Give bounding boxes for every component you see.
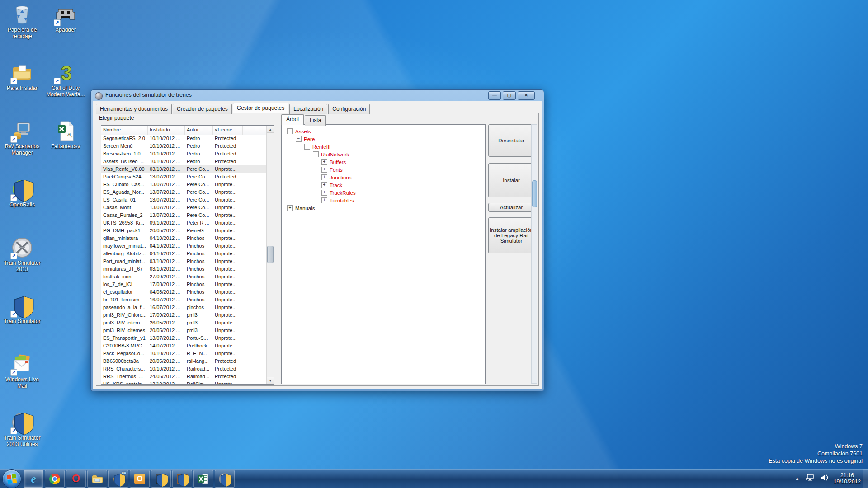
- table-row[interactable]: BB66000beta3a20/05/2012 ...rail-lang...P…: [101, 357, 267, 365]
- tree-expander-expand-icon[interactable]: +: [321, 190, 327, 196]
- tree-item-renfeiii[interactable]: −RenfeIII: [285, 143, 485, 150]
- table-row[interactable]: Casas_Rurales_213/07/2012 ...Pere Co...U…: [101, 211, 267, 219]
- desktop-icon-rw-scenarios-manager[interactable]: ↗RW Scenarios Manager: [1, 120, 43, 156]
- tab-gestor-de-paquetes[interactable]: Gestor de paquetes: [233, 103, 288, 113]
- table-row[interactable]: US_KRS_contain...12/10/2012 ...RailSim..…: [101, 380, 267, 384]
- table-row[interactable]: pml3_RIV_Chlore...17/09/2012 ...pml3Unpr…: [101, 311, 267, 319]
- package-table[interactable]: NombreInstaladoAutor<Licenc... Segnaleti…: [101, 125, 274, 385]
- table-row[interactable]: RRS_Thermos_...24/05/2012 ...Railroad...…: [101, 373, 267, 380]
- tree-item-junctions[interactable]: +Junctions: [285, 174, 485, 181]
- column-header-instalado[interactable]: Instalado: [148, 126, 185, 135]
- desktop-icon-xpadder[interactable]: ↗Xpadder: [44, 4, 87, 33]
- desktop-icon-train-simulator[interactable]: ↗Train Simulator: [1, 295, 43, 324]
- tree-item-assets[interactable]: −Assets: [285, 127, 485, 135]
- taskbar-button-excel[interactable]: [193, 470, 213, 488]
- table-row[interactable]: Pack_PegasoCo...10/10/2012 ...R_E_N...Un…: [101, 350, 267, 357]
- table-row[interactable]: ES_Casilla_0113/07/2012 ...Pere Co...Unp…: [101, 196, 267, 204]
- tree-expander-expand-icon[interactable]: +: [321, 167, 327, 173]
- table-row[interactable]: qilian_miniatura04/10/2012 ...PinchosUnp…: [101, 235, 267, 242]
- column-header-nombre[interactable]: Nombre: [101, 126, 148, 135]
- tree-expander-collapse-icon[interactable]: −: [313, 151, 319, 157]
- taskbar-button-internet-explorer[interactable]: e: [24, 470, 43, 488]
- table-row[interactable]: Casas_Mont13/07/2012 ...Pere Co...Unprot…: [101, 204, 267, 211]
- desktop-icon-train-simulator-2013[interactable]: ↗Train Simulator 2013: [1, 237, 43, 272]
- taskbar-button-mail-quill-app[interactable]: 99: [108, 470, 128, 488]
- tab-lista[interactable]: Lista: [305, 115, 326, 126]
- volume-icon[interactable]: [820, 474, 828, 483]
- taskbar-button-windows-explorer[interactable]: [87, 470, 107, 488]
- taskbar-button-chrome[interactable]: [45, 470, 65, 488]
- tree-item-manuals[interactable]: +Manuals: [285, 204, 485, 212]
- desktop-icon-papelera-de-reciclaje[interactable]: Papelera de reciclaje: [1, 4, 43, 39]
- table-row[interactable]: testtrak_icon27/09/2012 ...PinchosUnprot…: [101, 273, 267, 281]
- desktop-icon-train-simulator-2013-utilities[interactable]: ↗Train Simulator 2013 Utilities: [1, 412, 43, 447]
- scroll-down-icon[interactable]: ▼: [267, 377, 274, 384]
- taskbar-button-train-app[interactable]: [172, 470, 192, 488]
- title-bar[interactable]: Funciones del simulador de trenes — ▢ ✕: [91, 90, 544, 101]
- tab-herramientas-y-documentos[interactable]: Herramientas y documentos: [96, 104, 172, 114]
- tree-expander-expand-icon[interactable]: +: [321, 197, 327, 203]
- table-row[interactable]: pml3_RIV_citernes20/05/2012 ...pml3Unpro…: [101, 327, 267, 334]
- table-row[interactable]: Screen Menù10/10/2012 ...PedroProtected: [101, 142, 267, 150]
- tree-item-railnetwork[interactable]: −RailNetwork: [285, 150, 485, 158]
- table-row[interactable]: pml3_RIV_citern...26/05/2012 ...pml3Unpr…: [101, 319, 267, 327]
- desktop-icon-call-of-duty-modern-warfa[interactable]: 3↗Call of Duty Modern Warfa...: [44, 62, 87, 98]
- taskbar-button-train-simulator-app[interactable]: [215, 470, 235, 488]
- tree-item-trackrules[interactable]: +TrackRules: [285, 189, 485, 197]
- table-row[interactable]: el_esquilador04/08/2012 ...PinchosUnprot…: [101, 288, 267, 296]
- desktop-icon-faltante-csv[interactable]: a,Faltante.csv: [44, 120, 87, 150]
- table-row[interactable]: PackCampsa52A...13/07/2012 ...Pere Co...…: [101, 173, 267, 181]
- start-button[interactable]: [2, 469, 21, 488]
- table-row[interactable]: Brescia-Iseo_1.010/10/2012 ...PedroProte…: [101, 150, 267, 158]
- minimize-button[interactable]: —: [488, 91, 501, 100]
- clock[interactable]: 21:16 19/10/2012: [834, 472, 861, 485]
- hidden-icons-button[interactable]: ▲: [795, 476, 799, 481]
- table-row[interactable]: UKTS_26958_Ki...09/10/2012 ...Peter R ..…: [101, 219, 267, 227]
- tab-arbol[interactable]: Árbol: [281, 114, 304, 125]
- panel-scrollbar[interactable]: [531, 124, 537, 384]
- tree-expander-expand-icon[interactable]: +: [321, 159, 327, 165]
- close-button[interactable]: ✕: [518, 91, 535, 100]
- tree-item-track[interactable]: +Track: [285, 181, 485, 189]
- table-vertical-scrollbar[interactable]: ▲ ▼: [266, 126, 274, 384]
- desktop-icon-windows-live-mail[interactable]: ↗Windows Live Mail: [1, 353, 43, 389]
- update-button[interactable]: Actualizar: [488, 203, 534, 212]
- tree-item-pere[interactable]: −Pere: [285, 135, 485, 143]
- asset-tree[interactable]: −Assets−Pere−RenfeIII−RailNetwork+Buffer…: [281, 124, 486, 384]
- scroll-up-icon[interactable]: ▲: [267, 126, 274, 133]
- tree-expander-expand-icon[interactable]: +: [321, 174, 327, 180]
- table-row[interactable]: miniaturas_JT_6703/10/2012 ...PinchosUnp…: [101, 265, 267, 273]
- table-row[interactable]: Assets_Bs-Iseo_...10/10/2012 ...PedroPro…: [101, 158, 267, 165]
- tree-expander-collapse-icon[interactable]: −: [287, 128, 293, 134]
- tree-expander-expand-icon[interactable]: +: [287, 205, 293, 211]
- desktop-icon-para-instalar[interactable]: ↗Para Instalar: [1, 62, 43, 91]
- table-row[interactable]: Port_road_miniat...03/10/2012 ...Pinchos…: [101, 258, 267, 265]
- taskbar-button-outlook[interactable]: O: [130, 470, 150, 488]
- tab-configuraci-n[interactable]: Configuración: [328, 104, 370, 114]
- panel-scrollbar-thumb[interactable]: [532, 180, 537, 207]
- tab-creador-de-paquetes[interactable]: Creador de paquetes: [173, 104, 232, 114]
- tab-localizaci-n[interactable]: Localización: [289, 104, 327, 114]
- install-legacy-button[interactable]: Instalar ampliación de Legacy Rail Simul…: [488, 217, 534, 253]
- table-row[interactable]: PG_DMH_pack120/05/2012 ...PierreGUnprote…: [101, 227, 267, 235]
- taskbar-button-opera[interactable]: O: [66, 470, 86, 488]
- table-row[interactable]: altenburg_Klobitz...04/10/2012 ...Pincho…: [101, 250, 267, 258]
- uninstall-button[interactable]: Desinstalar: [488, 124, 534, 157]
- column-header-autor[interactable]: Autor: [185, 126, 213, 135]
- table-row[interactable]: SegnaleticaFS_2.010/10/2012 ...PedroProt…: [101, 135, 267, 142]
- tree-item-fonts[interactable]: +Fonts: [285, 166, 485, 174]
- show-desktop-button[interactable]: [863, 469, 868, 488]
- maximize-button[interactable]: ▢: [503, 91, 516, 100]
- scrollbar-thumb[interactable]: [267, 246, 274, 263]
- desktop-icon-openrails[interactable]: ↗OpenRails: [1, 178, 43, 208]
- table-row[interactable]: br_101_ferrosim16/07/2012 ...PinchosUnpr…: [101, 296, 267, 304]
- tree-expander-collapse-icon[interactable]: −: [304, 144, 310, 150]
- network-icon[interactable]: [806, 474, 815, 483]
- table-row[interactable]: G2000BB-3 MRC...14/07/2012 ...PrellbockU…: [101, 342, 267, 350]
- table-row[interactable]: paseando_a_la_f...16/07/2012 ...pinchosU…: [101, 304, 267, 311]
- taskbar-button-steam[interactable]: ◎: [151, 470, 171, 488]
- table-row[interactable]: ES_Cubato_Cas...13/07/2012 ...Pere Co...…: [101, 181, 267, 188]
- table-row[interactable]: RRS_Characters...10/10/2012 ...Railroad.…: [101, 365, 267, 373]
- tree-item-buffers[interactable]: +Buffers: [285, 158, 485, 166]
- tree-expander-collapse-icon[interactable]: −: [296, 136, 302, 142]
